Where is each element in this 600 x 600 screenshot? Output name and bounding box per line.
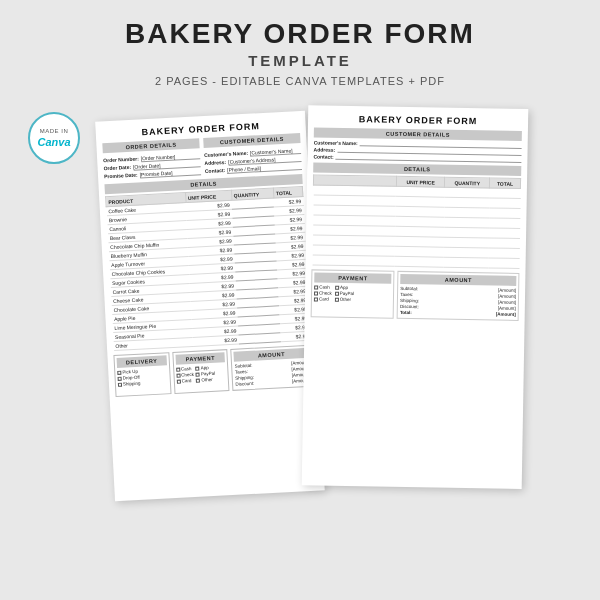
pay-cash: Cash [176, 366, 194, 372]
page-header: BAKERY ORDER FORM TEMPLATE 2 PAGES - EDI… [0, 0, 600, 97]
doc1-delivery: DELIVERY Pick Up Drop-Off Shipping [113, 352, 171, 397]
col2-total: TOTAL [489, 178, 520, 189]
canva-made-in: MADE IN [40, 128, 69, 135]
doc2-pay-other: Other [335, 297, 354, 302]
doc2-customer-fields: Customer's Name: Address: Contact: [313, 139, 521, 163]
document-1: BAKERY ORDER FORM ORDER DETAILS CUSTOMER… [95, 111, 325, 501]
checkbox-dropoff [118, 376, 122, 380]
canva-brand: Canva [37, 136, 70, 148]
doc2-details-table: UNIT PRICE QUANTITY TOTAL [312, 174, 522, 269]
checkbox-pickup [117, 370, 121, 374]
doc2-title: BAKERY ORDER FORM [314, 113, 522, 127]
pay-other: Other [196, 377, 216, 383]
canva-badge: MADE IN Canva [28, 112, 80, 164]
doc2-amount: AMOUNT Subtotal:[Amount] Taxes:[Amount] … [397, 271, 520, 321]
doc1-delivery-header: DELIVERY [117, 355, 167, 368]
doc2-payment: PAYMENT Cash Check Card App PayPal Other [311, 269, 395, 318]
doc1-order-fields: Order Number: [Order Number] Order Date:… [103, 152, 201, 181]
page-subtitle: TEMPLATE [20, 52, 580, 69]
documents-container: MADE IN Canva BAKERY ORDER FORM ORDER DE… [0, 102, 600, 497]
doc1-customer-details-header: CUSTOMER DETAILS [203, 133, 300, 148]
checkbox-shipping [118, 382, 122, 386]
pay-app: App [196, 365, 216, 371]
doc1-payment: PAYMENT Cash Check Card App PayPal Other [172, 349, 230, 394]
document-2: BAKERY ORDER FORM CUSTOMER DETAILS Custo… [302, 105, 529, 489]
doc1-customer-fields: Customer's Name: [Customer's Name] Addre… [204, 147, 302, 176]
doc1-amount: AMOUNT Subtotal:[Amount] Taxes:[Amount] … [231, 345, 314, 391]
pay-check: Check [176, 372, 194, 378]
doc2-pay-card: Card [314, 296, 332, 301]
page-description: 2 PAGES - EDITABLE CANVA TEMPLATES + PDF [20, 75, 580, 87]
doc2-total: Total:[Amount] [400, 310, 516, 317]
doc1-order-details-header: ORDER DETAILS [102, 138, 199, 153]
doc2-payment-header: PAYMENT [314, 272, 391, 283]
doc1-payment-header: PAYMENT [175, 352, 225, 365]
doc2-pay-check: Check [314, 290, 332, 295]
doc2-pay-paypal: PayPal [335, 291, 354, 296]
pay-card: Card [176, 378, 194, 384]
doc2-payment-amount: PAYMENT Cash Check Card App PayPal Other… [311, 269, 520, 321]
doc2-pay-app: App [335, 285, 354, 290]
page-title: BAKERY ORDER FORM [20, 18, 580, 50]
pay-paypal: PayPal [196, 371, 216, 377]
doc1-products-table: PRODUCT UNIT PRICE QUANTITY TOTAL Coffee… [105, 186, 311, 351]
doc2-amount-header: AMOUNT [400, 274, 516, 286]
doc1-bottom: DELIVERY Pick Up Drop-Off Shipping PAYME… [113, 345, 313, 397]
doc2-pay-cash: Cash [314, 284, 332, 289]
